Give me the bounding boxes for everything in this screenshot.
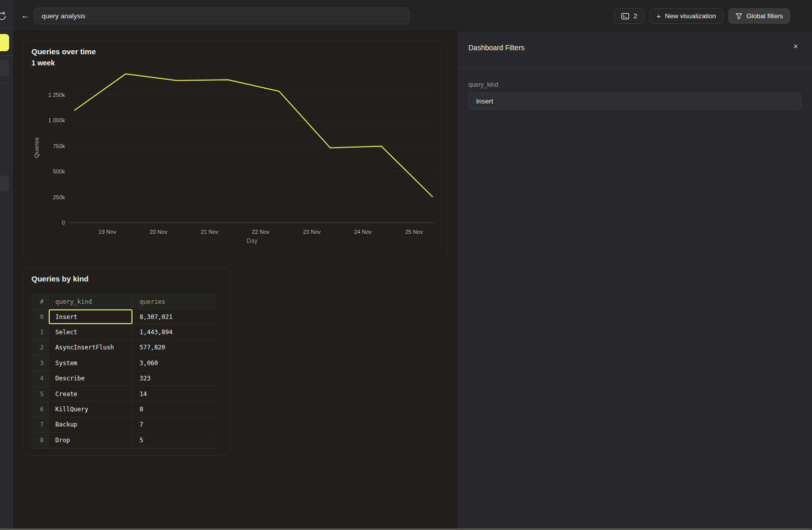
queries-over-time-card: Queries over time 1 week 0250k500k750k1 … <box>23 41 448 258</box>
filters-panel-title: Dashboard Filters <box>468 44 525 52</box>
left-rail <box>0 0 14 530</box>
query-kind-filter-label: query_kind <box>468 81 801 88</box>
row-index-cell: 2 <box>32 340 48 356</box>
global-filters-label: Global filters <box>747 12 783 20</box>
query-kind-cell[interactable]: Drop <box>48 433 133 448</box>
topbar-actions: 2 + New visualization Global filters <box>614 8 790 24</box>
queries-over-time-chart[interactable]: 0250k500k750k1 000k1 250k19 Nov20 Nov21 … <box>23 41 448 257</box>
x-tick-label: 24 Nov <box>354 229 372 235</box>
col-header-query-kind: query_kind <box>48 294 133 309</box>
topbar: ← 2 + New visualization Global fil <box>0 0 812 31</box>
y-axis-title: Queries <box>33 137 40 158</box>
query-kind-cell[interactable]: AsyncInsertFlush <box>48 340 133 356</box>
dashboard-filters-panel: Dashboard Filters × query_kind Insert <box>457 31 812 530</box>
query-kind-cell[interactable]: Backup <box>48 417 133 433</box>
row-index-cell: 4 <box>32 371 48 386</box>
query-kind-cell[interactable]: KillQuery <box>48 402 133 417</box>
y-tick-label: 750k <box>53 143 65 149</box>
x-tick-label: 21 Nov <box>201 229 219 235</box>
funnel-icon <box>735 13 742 20</box>
filters-panel-body: query_kind Insert <box>458 68 812 110</box>
table-title: Queries by kind <box>31 274 89 283</box>
plus-icon: + <box>657 12 661 20</box>
row-index-cell: 7 <box>32 417 48 433</box>
query-kind-filter-select[interactable]: Insert <box>468 93 801 110</box>
queries-cell[interactable]: 7 <box>133 417 217 433</box>
dashboard-title-input[interactable] <box>34 8 410 24</box>
arrow-left-icon: ← <box>21 11 30 20</box>
y-tick-label: 500k <box>53 168 65 174</box>
row-index-cell: 0 <box>32 309 48 325</box>
dashboard-canvas: Queries over time 1 week 0250k500k750k1 … <box>14 31 457 530</box>
queries-cell[interactable]: 5 <box>133 433 217 448</box>
queries-cell[interactable]: 1,443,894 <box>133 325 217 340</box>
queries-cell[interactable]: 323 <box>133 371 217 386</box>
new-visualization-label: New visualization <box>665 12 716 20</box>
y-tick-label: 0 <box>62 220 65 226</box>
rail-divider <box>0 55 14 56</box>
console-count-label: 2 <box>633 12 637 20</box>
terminal-window-icon <box>621 13 629 20</box>
rail-divider <box>0 27 14 28</box>
query-kind-cell[interactable]: Create <box>48 386 133 402</box>
new-visualization-button[interactable]: + New visualization <box>650 8 723 24</box>
queries-by-kind-table: #query_kindqueries0Insert8,307,0211Selec… <box>32 294 216 449</box>
x-axis-title: Day <box>247 237 257 244</box>
x-tick-label: 19 Nov <box>98 229 116 235</box>
queries-cell[interactable]: 3,060 <box>133 356 217 371</box>
query-kind-cell[interactable]: Select <box>48 325 133 340</box>
rail-divider <box>0 83 14 83</box>
back-button[interactable]: ← <box>19 10 31 22</box>
row-index-cell: 3 <box>32 356 48 371</box>
y-tick-label: 1 250k <box>48 92 65 98</box>
col-header-index: # <box>32 294 48 309</box>
x-tick-label: 22 Nov <box>252 229 269 235</box>
x-tick-label: 25 Nov <box>405 229 423 235</box>
row-index-cell: 8 <box>32 433 48 448</box>
close-filters-button[interactable]: × <box>788 39 804 55</box>
queries-by-kind-card: Queries by kind #query_kindqueries0Inser… <box>23 268 230 455</box>
y-tick-label: 250k <box>53 194 65 200</box>
history-icon[interactable] <box>0 11 8 22</box>
console-count-button[interactable]: 2 <box>614 8 644 24</box>
query-kind-cell[interactable]: System <box>48 356 133 371</box>
col-header-queries: queries <box>133 294 217 309</box>
query-kind-cell[interactable]: Describe <box>48 371 133 386</box>
x-tick-label: 20 Nov <box>150 229 167 235</box>
row-index-cell: 1 <box>32 325 48 340</box>
queries-cell[interactable]: 14 <box>133 386 217 402</box>
queries-cell[interactable]: 577,820 <box>133 340 217 356</box>
query-kind-cell[interactable]: Insert <box>48 309 133 325</box>
filters-panel-header: Dashboard Filters × <box>458 31 812 68</box>
queries-cell[interactable]: 8 <box>133 402 217 417</box>
rail-item[interactable] <box>0 175 9 191</box>
rail-item[interactable] <box>0 60 9 77</box>
row-index-cell: 5 <box>32 386 48 402</box>
close-icon: × <box>793 42 798 51</box>
y-tick-label: 1 000k <box>48 117 65 123</box>
x-tick-label: 23 Nov <box>303 229 321 235</box>
series-line-queries <box>75 74 432 197</box>
query-kind-filter-value: Insert <box>476 97 493 105</box>
rail-item-active-yellow[interactable] <box>0 34 9 51</box>
global-filters-button[interactable]: Global filters <box>728 8 790 24</box>
queries-cell[interactable]: 8,307,021 <box>133 309 217 325</box>
row-index-cell: 6 <box>32 402 48 417</box>
